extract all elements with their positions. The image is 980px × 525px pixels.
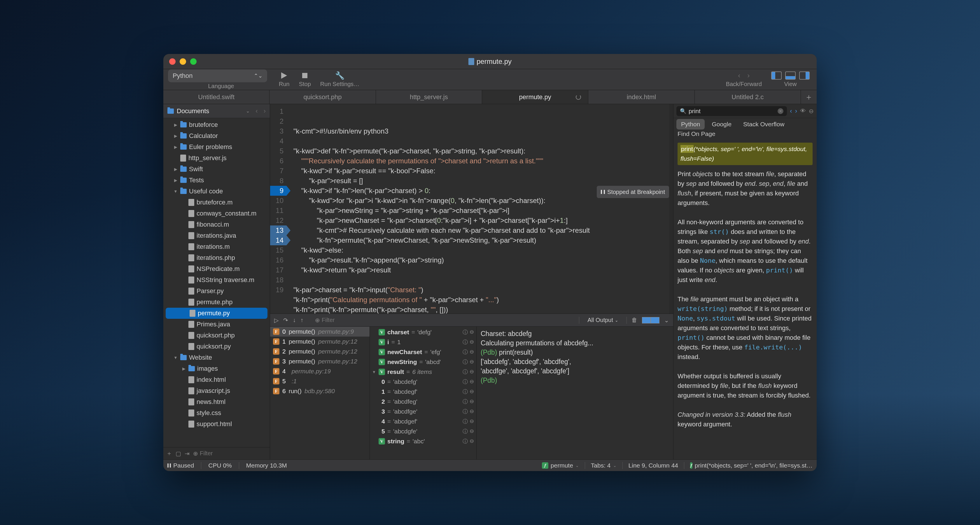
minimize-window-button[interactable] [180, 58, 186, 65]
search-next-button[interactable]: › [795, 107, 797, 115]
info-icon[interactable]: ⓘ [463, 428, 468, 435]
file-item[interactable]: permute.php [163, 297, 270, 308]
file-item[interactable]: index.html [163, 374, 270, 385]
line-number[interactable]: 14 [270, 235, 286, 245]
folder-item[interactable]: ▶Calculator [163, 130, 270, 142]
remove-icon[interactable]: ⊖ [469, 398, 474, 405]
callstack-frame[interactable]: F3 permute() permute.py:12 [270, 356, 369, 366]
variable-row[interactable]: VnewString = 'abcd'ⓘ⊖ [370, 357, 476, 367]
info-icon[interactable]: ⓘ [463, 348, 468, 356]
info-icon[interactable]: ⓘ [463, 378, 468, 385]
doc-tab[interactable]: Google [707, 119, 736, 129]
remove-icon[interactable]: ⊖ [469, 348, 474, 356]
back-button[interactable]: ‹ [738, 72, 740, 80]
line-number[interactable]: 4 [270, 136, 283, 146]
line-number[interactable]: 19 [270, 285, 283, 295]
status-doc-sig[interactable]: 𝑓print(*objects, sep=' ', end='\n', file… [690, 462, 813, 469]
info-icon[interactable]: ⓘ [463, 438, 468, 445]
file-item[interactable]: conways_constant.m [163, 208, 270, 219]
callstack-frame[interactable]: F5 :1 [270, 376, 369, 386]
add-file-button[interactable]: ＋ [166, 449, 172, 457]
toggle-bottom-pane-button[interactable] [785, 72, 795, 80]
line-number[interactable]: 1 [270, 107, 283, 116]
folder-item[interactable]: ▼Useful code [163, 186, 270, 197]
info-icon[interactable]: ⓘ [463, 388, 468, 395]
file-item[interactable]: NSPredicate.m [163, 263, 270, 274]
info-icon[interactable]: ⓘ [463, 398, 468, 405]
variable-row[interactable]: VnewCharset = 'efg'ⓘ⊖ [370, 347, 476, 357]
variable-child-row[interactable]: 1 = 'abcdegf'ⓘ⊖ [370, 387, 476, 397]
remove-icon[interactable]: ⊖ [469, 428, 474, 435]
file-item[interactable]: Primes.java [163, 319, 270, 330]
doc-tab[interactable]: Python [676, 119, 705, 129]
file-item[interactable]: support.html [163, 418, 270, 430]
info-icon[interactable]: ⓘ [463, 408, 468, 415]
file-item[interactable]: Parser.py [163, 286, 270, 297]
callstack-frame[interactable]: F4 permute.py:19 [270, 366, 369, 376]
line-number[interactable]: 18 [270, 275, 283, 285]
reveal-button[interactable]: ⇥ [185, 450, 189, 457]
status-tabs[interactable]: Tabs: 4⌄ [591, 462, 617, 469]
tab[interactable]: http_server.js [376, 90, 482, 104]
toggle-left-pane-button[interactable] [771, 72, 782, 80]
clear-search-button[interactable]: ✕ [778, 108, 783, 114]
folder-item[interactable]: ▶images [163, 363, 270, 374]
line-number[interactable]: 8 [270, 176, 283, 186]
variable-child-row[interactable]: 0 = 'abcdefg'ⓘ⊖ [370, 377, 476, 387]
line-number[interactable]: 9 [270, 186, 286, 196]
callstack-frame[interactable]: F2 permute() permute.py:12 [270, 347, 369, 356]
remove-icon[interactable]: ⊖ [469, 368, 474, 375]
remove-icon[interactable]: ⊖ [469, 378, 474, 385]
line-number[interactable]: 11 [270, 205, 283, 216]
file-item[interactable]: bruteforce.m [163, 197, 270, 208]
file-item[interactable]: news.html [163, 396, 270, 407]
remove-icon[interactable]: ⊖ [469, 438, 474, 445]
remove-icon[interactable]: ⊖ [469, 408, 474, 415]
line-number[interactable]: 17 [270, 265, 283, 275]
file-item[interactable]: http_server.js [163, 153, 270, 164]
file-item[interactable]: NSString traverse.m [163, 274, 270, 286]
info-icon[interactable]: ⓘ [463, 418, 468, 425]
info-icon[interactable]: ⓘ [463, 358, 468, 366]
line-number[interactable]: 2 [270, 116, 283, 126]
tab[interactable]: Untitled 2.c [695, 90, 801, 104]
line-number[interactable]: 13 [270, 226, 286, 235]
file-item[interactable]: iterations.java [163, 230, 270, 241]
code-content[interactable]: "k-cmt">#!/usr/bin/env python3"k-kwd">de… [286, 104, 673, 313]
eye-icon[interactable]: 👁 [800, 108, 806, 115]
line-number[interactable]: 5 [270, 146, 283, 156]
zoom-window-button[interactable] [190, 58, 197, 65]
line-number[interactable]: 12 [270, 216, 283, 226]
line-number[interactable]: 10 [270, 196, 283, 205]
tab[interactable]: Untitled.swift [163, 90, 269, 104]
file-item[interactable]: permute.py [165, 308, 267, 319]
step-over-button[interactable]: ↷ [283, 317, 288, 324]
folder-item[interactable]: ▼Website [163, 352, 270, 363]
remove-icon[interactable]: ⊖ [469, 358, 474, 366]
close-window-button[interactable] [169, 58, 176, 65]
code-editor[interactable]: 12345678910111213141516171819 "k-cmt">#!… [270, 104, 673, 313]
run-settings-button[interactable]: 🔧 Run Settings… [316, 72, 364, 88]
folder-item[interactable]: ▶Swift [163, 164, 270, 175]
run-button[interactable]: Run [274, 72, 294, 88]
forward-button[interactable]: › [747, 72, 749, 80]
folder-item[interactable]: ▶Euler problems [163, 142, 270, 153]
line-number[interactable]: 3 [270, 126, 283, 136]
tab[interactable]: permute.py [482, 90, 588, 104]
doc-search-input[interactable] [689, 108, 775, 115]
variable-child-row[interactable]: 4 = 'abcdgef'ⓘ⊖ [370, 417, 476, 426]
folder-item[interactable]: ▶Tests [163, 175, 270, 186]
folder-item[interactable]: ▶bruteforce [163, 119, 270, 130]
sidebar-back-button[interactable]: ‹ [256, 107, 258, 115]
file-item[interactable]: fibonacci.m [163, 219, 270, 230]
add-folder-button[interactable]: ▢ [176, 450, 181, 457]
line-number[interactable]: 7 [270, 166, 283, 176]
search-prev-button[interactable]: ‹ [790, 107, 792, 115]
console[interactable]: Charset: abcdefgCalculating permutations… [477, 327, 673, 460]
file-item[interactable]: javascript.js [163, 385, 270, 396]
stop-button[interactable]: Stop [294, 72, 316, 88]
tab[interactable]: index.html [588, 90, 694, 104]
line-number[interactable]: 16 [270, 255, 283, 265]
variable-row[interactable]: ▼Vresult = 6 itemsⓘ⊖ [370, 367, 476, 377]
file-item[interactable]: iterations.php [163, 252, 270, 263]
